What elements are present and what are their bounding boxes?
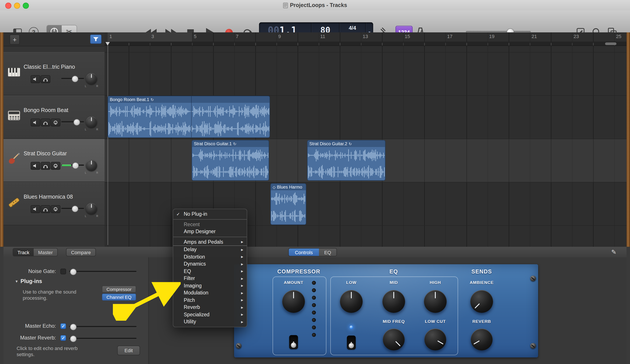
smart-controls-edit-button[interactable]: ✎ [609, 248, 618, 256]
submenu-arrow-icon: ▸ [241, 320, 243, 324]
track-header-piano[interactable]: Classic El...tric Piano L R [4, 52, 104, 96]
low-knob[interactable] [340, 290, 363, 313]
region-strat-disco-guitar-1[interactable]: Strat Disco Guitar.1 ↻ [192, 140, 269, 181]
menu-item-utility[interactable]: Utility▸ [173, 318, 247, 325]
eq-power-switch[interactable] [347, 336, 356, 350]
ambience-knob[interactable] [470, 290, 493, 313]
mid-knob[interactable] [382, 290, 405, 313]
region-strat-disco-guitar-2[interactable]: Strat Disco Guitar.2 ↻ [307, 140, 386, 181]
input-monitoring-button[interactable] [51, 118, 60, 126]
tab-master[interactable]: Master [34, 248, 57, 256]
headphones-icon [43, 77, 48, 82]
compressor-led-5 [312, 310, 316, 314]
bar-number: 23 [574, 34, 579, 39]
master-echo-knob[interactable] [70, 324, 76, 330]
noise-gate-checkbox[interactable] [60, 268, 66, 274]
track-name[interactable]: Bongo Room Beat [24, 107, 68, 113]
tab-eq[interactable]: EQ [319, 248, 336, 256]
track-name[interactable]: Strat Disco Guitar [24, 150, 67, 156]
region-blues-harmonica[interactable]: ◇ Blues Harmo [270, 183, 306, 225]
menu-item-specialized[interactable]: Specialized▸ [173, 311, 247, 318]
mid-freq-knob[interactable] [383, 328, 405, 350]
ruler-ticks[interactable] [104, 42, 626, 46]
volume-knob[interactable] [72, 162, 79, 169]
plugin-slot-channel-eq[interactable]: Channel EQ [102, 294, 136, 300]
volume-knob[interactable] [74, 119, 80, 126]
compressor-power-switch[interactable] [289, 335, 298, 349]
input-monitoring-button[interactable] [51, 162, 60, 170]
amount-knob[interactable] [282, 290, 305, 313]
track-name[interactable]: Classic El...tric Piano [24, 64, 75, 70]
menu-item-delay[interactable]: Delay▸ [173, 246, 247, 253]
screw [530, 276, 536, 281]
master-reverb-slider[interactable] [69, 338, 136, 339]
playhead-line[interactable] [108, 46, 108, 245]
menu-item-amps-and-pedals[interactable]: Amps and Pedals▸ [173, 238, 247, 246]
solo-button[interactable] [41, 205, 50, 213]
pan-knob[interactable] [86, 73, 97, 84]
noise-gate-knob[interactable] [70, 268, 76, 275]
pan-knob[interactable] [86, 160, 97, 171]
plugin-slot-compressor[interactable]: Compressor [102, 286, 136, 293]
reverb-knob[interactable] [471, 328, 492, 350]
input-monitoring-button[interactable] [51, 205, 60, 213]
solo-button[interactable] [41, 75, 50, 83]
mute-button[interactable] [30, 75, 40, 83]
track-filter-button[interactable] [90, 34, 102, 44]
pan-knob[interactable] [86, 203, 97, 214]
menu-item-dynamics[interactable]: Dynamics▸ [173, 260, 247, 268]
menu-item-imaging[interactable]: Imaging▸ [173, 282, 247, 289]
menu-item-pitch[interactable]: Pitch▸ [173, 296, 247, 304]
pan-left-label: L [85, 215, 86, 218]
bar-ruler[interactable]: 1 3 5 7 9 11 13 15 17 19 21 23 25 [104, 32, 626, 42]
compare-button[interactable]: Compare [66, 248, 96, 256]
menu-item-filter[interactable]: Filter▸ [173, 275, 247, 282]
compressor-led-6 [312, 318, 316, 322]
track-header-harmonica[interactable]: Blues Harmonica 08 L R [4, 182, 104, 225]
master-echo-checkbox[interactable]: ✓ [60, 323, 66, 329]
add-track-button[interactable]: + [10, 34, 20, 44]
mute-button[interactable] [30, 118, 40, 126]
master-reverb-checkbox[interactable]: ✓ [60, 335, 66, 341]
take-diamond-icon: ◇ [272, 185, 276, 189]
mute-button[interactable] [30, 205, 40, 213]
menu-item-eq[interactable]: EQ▸ [173, 268, 247, 275]
edit-button[interactable]: Edit [117, 346, 140, 355]
volume-slider[interactable] [61, 121, 84, 122]
ruler-zoom-handle[interactable] [605, 42, 616, 45]
menu-group-recent: Recent [173, 221, 247, 228]
tab-controls[interactable]: Controls [289, 248, 319, 256]
loop-badge-icon: ↻ [150, 97, 154, 102]
menu-item-reverb[interactable]: Reverb▸ [173, 304, 247, 311]
noise-gate-slider[interactable] [69, 271, 136, 272]
plugins-help-text: Use to change the sound processing. [23, 289, 90, 301]
menu-item-modulation[interactable]: Modulation▸ [173, 289, 247, 296]
volume-knob[interactable] [72, 206, 78, 212]
loop-badge-icon: ↻ [233, 142, 236, 146]
region-bongo-room-beat[interactable]: Bongo Room Beat.1 ↻ [108, 96, 270, 138]
solo-button[interactable] [41, 118, 50, 126]
smart-controls-tab-bar: Track Master Compare Controls EQ ✎ [4, 247, 626, 258]
plugins-section-header[interactable]: ▼ Plug-ins [15, 278, 42, 284]
menu-item-amp-designer[interactable]: Amp Designer [173, 228, 247, 235]
menu-item-no-plugin[interactable]: ✓ No Plug-in [173, 210, 247, 218]
pan-knob[interactable] [86, 116, 97, 128]
playhead-marker[interactable] [106, 42, 110, 46]
solo-button[interactable] [41, 162, 50, 170]
submenu-arrow-icon: ▸ [241, 247, 243, 252]
track-header-bongo[interactable]: Bongo Room Beat L R [4, 96, 104, 139]
master-reverb-knob[interactable] [70, 336, 76, 342]
track-name[interactable]: Blues Harmonica 08 [24, 194, 73, 200]
mute-icon [33, 120, 38, 125]
volume-knob[interactable] [72, 76, 78, 82]
menu-item-distortion[interactable]: Distortion▸ [173, 253, 247, 260]
low-cut-knob[interactable] [424, 328, 446, 350]
tab-track[interactable]: Track [13, 248, 34, 256]
track-header-guitar[interactable]: Strat Disco Guitar L R [4, 139, 104, 182]
screw [236, 343, 242, 349]
waveform [308, 147, 385, 180]
submenu-arrow-icon: ▸ [241, 283, 243, 288]
high-knob[interactable] [424, 290, 447, 313]
master-echo-slider[interactable] [69, 326, 136, 327]
mute-button[interactable] [30, 162, 40, 170]
